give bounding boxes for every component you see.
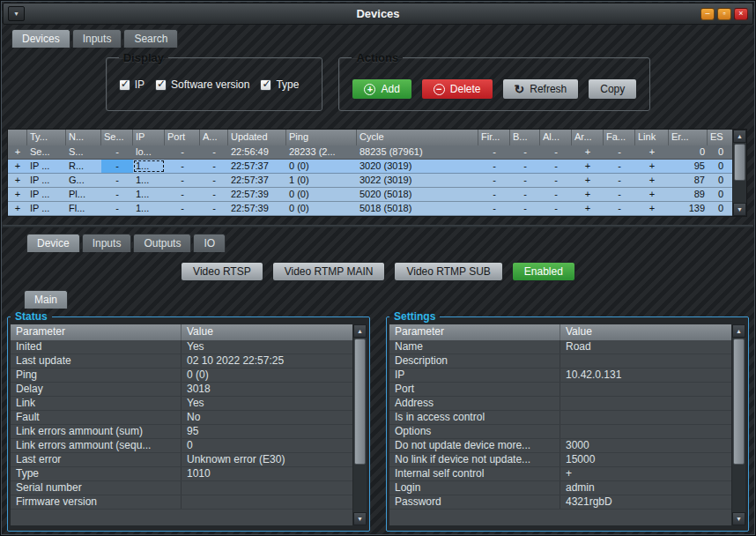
scroll-up-icon[interactable]: ▲ — [353, 324, 367, 338]
device-cell[interactable]: IP ... — [27, 174, 66, 187]
splitter[interactable] — [3, 225, 753, 227]
param-row[interactable]: Firmware version — [11, 495, 352, 510]
device-cell[interactable]: - — [540, 188, 572, 201]
device-cell[interactable]: - — [604, 202, 635, 215]
device-cell[interactable]: - — [200, 160, 228, 173]
device-cell[interactable]: - — [200, 202, 228, 215]
device-cell[interactable]: 3020 (3019) — [357, 160, 478, 173]
checkbox-software-version[interactable]: Software version — [155, 78, 249, 91]
param-row[interactable]: Delay3018 — [11, 383, 352, 397]
param-value[interactable]: Road — [560, 340, 731, 354]
device-cell[interactable]: 0 (0) — [286, 202, 357, 215]
device-row[interactable]: +IP ...Pl...-1...--22:57:390 (0)5020 (50… — [8, 188, 732, 202]
param-row[interactable]: FaultNo — [11, 411, 352, 425]
device-cell[interactable]: IP ... — [27, 160, 66, 173]
device-cell[interactable]: Se... — [27, 145, 66, 159]
device-cell[interactable]: Fl... — [66, 202, 101, 215]
scrollbar-track[interactable] — [353, 338, 367, 512]
tab-device-io[interactable]: IO — [193, 234, 226, 252]
device-cell[interactable]: - — [200, 188, 228, 201]
param-value[interactable] — [560, 425, 731, 438]
device-cell[interactable]: - — [510, 188, 540, 201]
scroll-up-icon[interactable]: ▲ — [733, 130, 746, 143]
device-cell[interactable]: - — [101, 174, 133, 187]
column-header[interactable]: Link — [635, 130, 669, 145]
device-table-scrollbar[interactable]: ▲ ▼ — [732, 130, 746, 216]
delete-button[interactable]: − Delete — [421, 78, 493, 100]
status-col-parameter[interactable]: Parameter — [11, 324, 182, 340]
device-cell[interactable]: IP ... — [27, 188, 66, 201]
device-cell[interactable]: - — [101, 145, 133, 159]
column-header[interactable]: N... — [66, 130, 101, 145]
device-cell[interactable]: - — [510, 174, 540, 187]
device-cell[interactable]: - — [200, 174, 228, 187]
device-cell[interactable]: 0 — [669, 145, 708, 159]
row-expander[interactable]: + — [8, 145, 27, 159]
checkbox-type[interactable]: Type — [260, 78, 299, 91]
device-cell[interactable]: - — [478, 188, 510, 201]
device-cell[interactable]: - — [604, 160, 635, 173]
param-row[interactable]: Password4321rgbD — [389, 495, 731, 510]
param-value[interactable]: 15000 — [560, 453, 731, 466]
column-header[interactable]: Ping — [286, 130, 357, 145]
device-cell[interactable]: + — [572, 160, 604, 173]
scrollbar-thumb[interactable] — [733, 339, 745, 465]
param-value[interactable]: 10.42.0.131 — [560, 368, 731, 382]
checkbox-ip[interactable]: IP — [119, 78, 145, 91]
device-cell[interactable]: 22:57:39 — [228, 202, 286, 215]
column-header[interactable]: Ty... — [27, 130, 66, 145]
device-cell[interactable]: R... — [66, 160, 101, 173]
device-cell[interactable]: - — [101, 160, 133, 173]
checkbox-icon[interactable] — [155, 79, 167, 91]
device-cell[interactable]: Pl... — [66, 188, 101, 201]
param-row[interactable]: Type1010 — [11, 467, 352, 481]
column-header[interactable]: ES — [708, 130, 732, 145]
window-menu-icon[interactable]: ▾ — [8, 6, 25, 21]
device-row[interactable]: +IP ...R...-1...--22:57:370 (0)3020 (301… — [8, 160, 732, 174]
device-cell[interactable]: 22:57:39 — [228, 188, 286, 201]
device-cell[interactable]: 1... — [133, 174, 165, 187]
param-row[interactable]: Ping0 (0) — [11, 368, 352, 383]
param-row[interactable]: NameRoad — [389, 340, 731, 354]
tab-device-inputs[interactable]: Inputs — [82, 234, 132, 252]
video-rtsp-button[interactable]: Video RTSP — [181, 262, 263, 281]
copy-button[interactable]: Copy — [588, 78, 637, 100]
row-expander[interactable]: + — [8, 160, 27, 173]
scroll-down-icon[interactable]: ▼ — [733, 203, 746, 216]
video-rtmp-sub-button[interactable]: Video RTMP SUB — [394, 262, 502, 281]
device-cell[interactable]: - — [101, 188, 133, 201]
device-cell[interactable]: IP ... — [27, 202, 66, 215]
device-cell[interactable]: + — [572, 174, 604, 187]
column-header[interactable]: Ar... — [572, 130, 604, 145]
param-row[interactable]: Internal self control+ — [389, 467, 731, 481]
param-row[interactable]: Loginadmin — [389, 481, 731, 495]
device-cell[interactable]: 0 — [708, 202, 732, 215]
device-cell[interactable]: - — [478, 202, 510, 215]
device-cell[interactable]: - — [165, 145, 200, 159]
device-cell[interactable]: - — [604, 188, 635, 201]
device-cell[interactable]: 28233 (2... — [286, 145, 357, 159]
device-cell[interactable]: S... — [66, 145, 101, 159]
column-header[interactable]: Fir... — [478, 130, 510, 145]
param-row[interactable]: Last update02 10 2022 22:57:25 — [11, 354, 352, 368]
param-row[interactable]: Description — [389, 354, 731, 368]
status-col-value[interactable]: Value — [182, 324, 219, 340]
column-header[interactable]: Al... — [540, 130, 572, 145]
column-header[interactable]: Updated — [228, 130, 286, 145]
device-cell[interactable]: 22:57:37 — [228, 174, 286, 187]
device-cell[interactable]: - — [510, 160, 540, 173]
close-button[interactable]: × — [734, 8, 748, 20]
device-cell[interactable]: + — [572, 145, 604, 159]
device-cell[interactable]: - — [478, 160, 510, 173]
tab-search[interactable]: Search — [123, 29, 178, 48]
device-cell[interactable]: - — [540, 160, 572, 173]
scroll-up-icon[interactable]: ▲ — [732, 324, 745, 338]
device-cell[interactable]: - — [604, 174, 635, 187]
refresh-button[interactable]: ↻ Refresh — [502, 78, 580, 100]
param-value[interactable] — [560, 354, 731, 368]
column-header[interactable]: IP — [133, 130, 165, 145]
device-cell[interactable]: 3022 (3019) — [357, 174, 478, 187]
settings-scrollbar[interactable]: ▲ ▼ — [731, 324, 745, 525]
param-row[interactable]: IP10.42.0.131 — [389, 368, 731, 383]
column-header[interactable]: Fa... — [604, 130, 635, 145]
